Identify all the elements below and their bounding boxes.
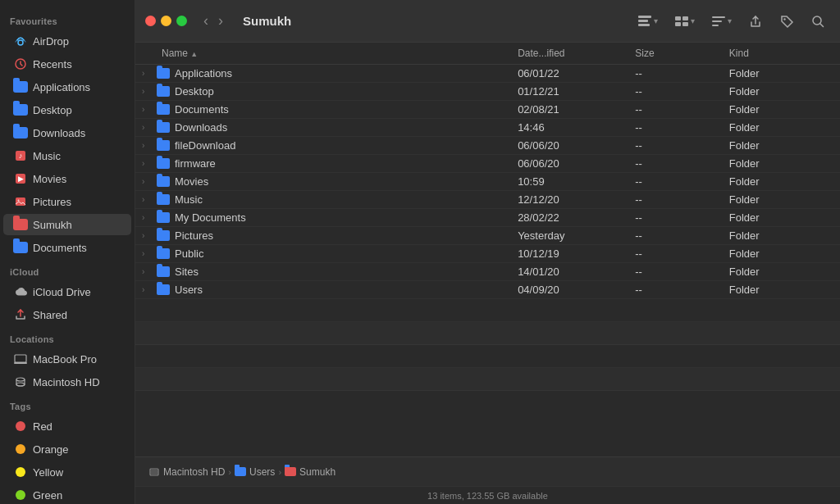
table-row[interactable]: › Users 04/09/20 -- Folder <box>135 281 840 299</box>
table-row[interactable]: › My Documents 28/02/22 -- Folder <box>135 209 840 227</box>
table-row[interactable]: › Documents 02/08/21 -- Folder <box>135 101 840 119</box>
maximize-button[interactable] <box>176 16 187 26</box>
sidebar-item-music-label: Music <box>33 150 61 162</box>
sidebar-item-music[interactable]: ♪ Music <box>3 145 131 166</box>
sidebar-item-tag-orange[interactable]: Orange <box>3 438 131 460</box>
expand-arrow[interactable]: › <box>142 159 152 168</box>
breadcrumb-sumukh[interactable]: Sumukh <box>285 466 336 478</box>
sidebar-item-tag-green[interactable]: Green <box>3 484 131 504</box>
file-date: Yesterday <box>511 227 628 245</box>
sidebar-item-documents[interactable]: Documents <box>3 237 131 258</box>
sidebar-item-tag-yellow[interactable]: Yellow <box>3 461 131 483</box>
forward-button[interactable]: › <box>215 11 226 31</box>
svg-rect-25 <box>151 470 158 474</box>
view-options-button[interactable]: ▾ <box>669 11 700 31</box>
movies-icon: ▶ <box>13 171 28 186</box>
expand-arrow[interactable]: › <box>142 141 152 150</box>
favourites-label: Favourites <box>0 8 135 30</box>
expand-arrow[interactable]: › <box>142 249 152 258</box>
applications-folder-icon <box>13 79 28 94</box>
expand-arrow[interactable]: › <box>142 195 152 204</box>
expand-arrow[interactable]: › <box>142 87 152 96</box>
file-kind: Folder <box>723 119 840 137</box>
table-row[interactable]: › Downloads 14:46 -- Folder <box>135 119 840 137</box>
table-row[interactable]: › Desktop 01/12/21 -- Folder <box>135 83 840 101</box>
table-row[interactable]: › firmware 06/06/20 -- Folder <box>135 155 840 173</box>
sidebar-item-macintosh-hd[interactable]: Macintosh HD <box>3 371 131 393</box>
column-header-kind[interactable]: Kind <box>723 43 840 65</box>
breadcrumb-hd-label: Macintosh HD <box>163 466 225 478</box>
file-date: 01/12/21 <box>511 83 628 101</box>
laptop-icon <box>13 352 28 366</box>
table-row[interactable]: › Public 10/12/19 -- Folder <box>135 245 840 263</box>
column-header-name[interactable]: Name ▲ <box>135 43 511 65</box>
svg-text:♪: ♪ <box>19 152 23 160</box>
expand-arrow[interactable]: › <box>142 69 152 78</box>
table-row[interactable]: › fileDownload 06/06/20 -- Folder <box>135 137 840 155</box>
file-scroll[interactable]: Name ▲ Date...ified Size Kind <box>135 43 840 456</box>
file-kind: Folder <box>723 281 840 299</box>
file-size: -- <box>628 209 723 227</box>
column-header-date[interactable]: Date...ified <box>511 43 628 65</box>
file-size: -- <box>628 101 723 119</box>
breadcrumb-users[interactable]: Users <box>235 466 275 478</box>
table-row[interactable]: › Pictures Yesterday -- Folder <box>135 227 840 245</box>
shared-icon <box>13 307 28 322</box>
sidebar-item-airdrop[interactable]: AirDrop <box>3 30 131 52</box>
locations-label: Locations <box>0 326 135 347</box>
expand-arrow[interactable]: › <box>142 267 152 276</box>
expand-arrow[interactable]: › <box>142 231 152 240</box>
file-name: Music <box>175 193 203 206</box>
sidebar-item-sumukh[interactable]: Sumukh <box>3 214 131 235</box>
sidebar-item-desktop[interactable]: Desktop <box>3 99 131 120</box>
close-button[interactable] <box>145 16 156 26</box>
back-button[interactable]: ‹ <box>200 11 212 31</box>
sidebar-item-macbook-pro[interactable]: MacBook Pro <box>3 348 131 370</box>
tag-button[interactable] <box>774 11 799 32</box>
sidebar-item-downloads[interactable]: Downloads <box>3 122 131 143</box>
table-row[interactable]: › Music 12/12/20 -- Folder <box>135 191 840 209</box>
file-name: Documents <box>175 103 229 116</box>
expand-arrow[interactable]: › <box>142 177 152 186</box>
expand-arrow[interactable]: › <box>142 123 152 132</box>
breadcrumb-folder-icon-1 <box>235 467 246 476</box>
svg-rect-14 <box>638 24 650 26</box>
sidebar-item-movies[interactable]: ▶ Movies <box>3 168 131 189</box>
sidebar-item-icloud-drive-label: iCloud Drive <box>33 286 91 298</box>
breadcrumb-macintosh-hd[interactable]: Macintosh HD <box>148 466 225 478</box>
sidebar-item-shared[interactable]: Shared <box>3 304 131 325</box>
minimize-button[interactable] <box>161 16 171 26</box>
breadcrumb-bar: Macintosh HD › Users › Sumukh <box>135 456 840 486</box>
table-row[interactable]: › Movies 10:59 -- Folder <box>135 173 840 191</box>
file-size: -- <box>628 65 723 83</box>
sidebar-item-icloud-drive[interactable]: iCloud Drive <box>3 281 131 302</box>
search-button[interactable] <box>806 11 830 32</box>
sidebar-item-applications[interactable]: Applications <box>3 76 131 98</box>
file-name: Public <box>175 247 203 260</box>
sidebar-item-pictures[interactable]: Pictures <box>3 191 131 212</box>
sidebar: Favourites AirDrop Recents Applications <box>0 0 135 504</box>
expand-arrow[interactable]: › <box>142 213 152 222</box>
column-header-size[interactable]: Size <box>628 43 723 65</box>
file-size: -- <box>628 227 723 245</box>
tag-orange-icon <box>13 442 28 456</box>
status-text: 13 items, 123.55 GB available <box>427 491 548 501</box>
table-row[interactable]: › Applications 06/01/22 -- Folder <box>135 65 840 83</box>
group-by-button[interactable]: ▾ <box>632 11 663 31</box>
downloads-folder-icon <box>13 125 28 140</box>
file-date: 06/06/20 <box>511 155 628 173</box>
sort-button[interactable]: ▾ <box>706 11 737 31</box>
expand-arrow[interactable]: › <box>142 105 152 114</box>
empty-row <box>135 299 840 322</box>
expand-arrow[interactable]: › <box>142 285 152 294</box>
status-bar: 13 items, 123.55 GB available <box>135 486 840 504</box>
sidebar-item-recents[interactable]: Recents <box>3 53 131 75</box>
tag-green-icon <box>13 488 28 502</box>
sidebar-item-tag-red[interactable]: Red <box>3 415 131 437</box>
folder-icon <box>157 194 170 205</box>
sidebar-item-pictures-label: Pictures <box>33 196 71 208</box>
share-button[interactable] <box>743 11 768 32</box>
svg-point-11 <box>16 383 25 386</box>
table-row[interactable]: › Sites 14/01/20 -- Folder <box>135 263 840 281</box>
file-size: -- <box>628 137 723 155</box>
